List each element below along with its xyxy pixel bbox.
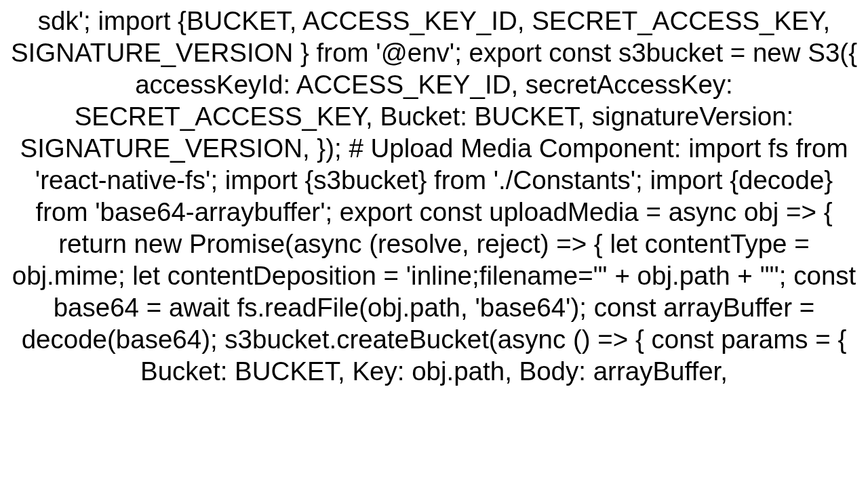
code-text-block: sdk'; import {BUCKET, ACCESS_KEY_ID, SEC… [0,0,868,488]
